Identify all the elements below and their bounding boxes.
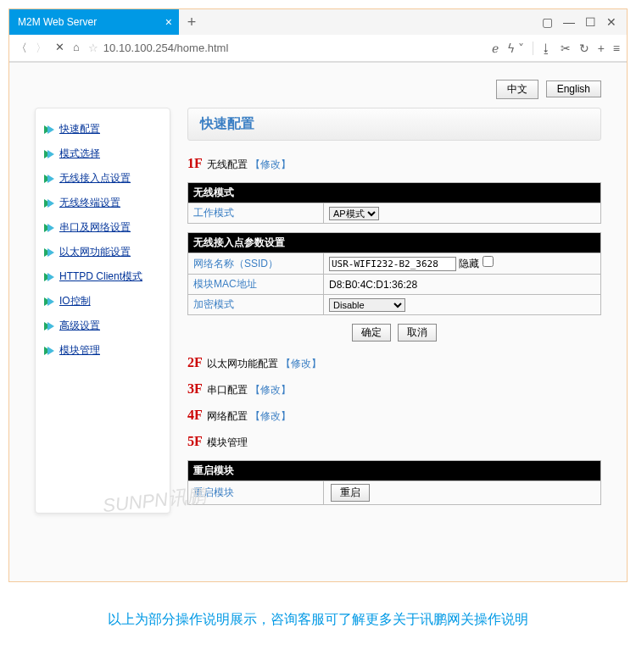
lightning-icon[interactable]: ϟ ˅ xyxy=(507,42,524,55)
svg-marker-3 xyxy=(47,150,54,158)
ssid-input[interactable] xyxy=(329,257,456,271)
forward-icon[interactable]: 〉 xyxy=(36,41,47,56)
work-mode-select[interactable]: AP模式 xyxy=(329,207,379,220)
step-4: 4F 网络配置 【修改】 xyxy=(187,408,601,424)
new-tab-button[interactable]: + xyxy=(179,14,204,31)
arrow-icon xyxy=(44,347,54,355)
main-panel: 快速配置 1F 无线配置 【修改】 无线模式 工作模式 AP模式 无线接入点参数… xyxy=(187,108,601,514)
sidebar-item-label: HTTPD Client模式 xyxy=(59,269,142,284)
enc-select[interactable]: Disable xyxy=(329,298,405,312)
mac-label: 模块MAC地址 xyxy=(188,275,324,295)
sidebar-item-label: 高级设置 xyxy=(59,319,100,333)
edit-link[interactable]: 【修改】 xyxy=(250,158,291,170)
sidebar-item-advanced[interactable]: 高级设置 xyxy=(42,314,163,338)
minimize-icon[interactable]: — xyxy=(563,15,575,29)
sidebar-item-eth[interactable]: 以太网功能设置 xyxy=(42,240,163,264)
url-text: 10.10.100.254/home.html xyxy=(103,42,228,54)
page-content: 中文 English 快速配置 模式选择 无线接入点设置 无线终端设置 串口及网… xyxy=(9,63,627,581)
edit-link[interactable]: 【修改】 xyxy=(281,358,321,369)
stop-icon[interactable]: ✕ xyxy=(55,41,64,56)
arrow-icon xyxy=(44,248,54,257)
arrow-icon xyxy=(44,297,54,306)
svg-marker-7 xyxy=(47,199,54,208)
arrow-icon xyxy=(44,175,54,183)
reboot-table: 重启模块 重启模块 重启 xyxy=(187,460,601,505)
sidebar-item-label: 无线终端设置 xyxy=(59,196,120,210)
svg-marker-1 xyxy=(47,125,54,134)
sidebar-item-ap[interactable]: 无线接入点设置 xyxy=(42,166,163,191)
svg-marker-19 xyxy=(47,347,54,355)
caption-text: 以上为部分操作说明展示，咨询客服可了解更多关于讯鹏网关操作说明 xyxy=(0,591,636,663)
cancel-button[interactable]: 取消 xyxy=(398,324,437,342)
sidebar-item-serial[interactable]: 串口及网络设置 xyxy=(42,215,163,240)
close-window-icon[interactable]: ✕ xyxy=(606,15,616,29)
step-number: 1F xyxy=(187,156,203,170)
step-number: 2F xyxy=(187,355,203,369)
sidebar-item-io[interactable]: IO控制 xyxy=(42,289,163,314)
step-number: 5F xyxy=(187,434,203,448)
ap-params-table: 无线接入点参数设置 网络名称（SSID） 隐藏 模块MAC地址 D8:B0:4C… xyxy=(187,232,601,315)
browser-tab[interactable]: M2M Web Server × xyxy=(9,9,179,35)
lang-zh-button[interactable]: 中文 xyxy=(496,80,538,99)
button-row: 确定 取消 xyxy=(187,324,601,342)
arrow-icon xyxy=(44,224,54,232)
step-number: 3F xyxy=(187,381,203,396)
sidebar-item-mode[interactable]: 模式选择 xyxy=(42,142,163,166)
ssid-label: 网络名称（SSID） xyxy=(188,253,324,275)
sidebar-item-label: 模块管理 xyxy=(59,343,100,358)
svg-marker-9 xyxy=(47,224,54,232)
arrow-icon xyxy=(44,125,54,134)
edit-link[interactable]: 【修改】 xyxy=(250,384,291,396)
sidebar-item-label: 串口及网络设置 xyxy=(59,220,131,235)
mac-value: D8:B0:4C:D1:36:28 xyxy=(324,275,601,295)
page-title: 快速配置 xyxy=(187,108,601,141)
arrow-icon xyxy=(44,199,54,208)
sidebar-item-module[interactable]: 模块管理 xyxy=(42,338,163,363)
step-title: 以太网功能配置 xyxy=(207,358,278,369)
svg-marker-11 xyxy=(47,248,54,257)
close-icon[interactable]: × xyxy=(165,15,172,29)
work-mode-label: 工作模式 xyxy=(188,203,324,224)
svg-marker-15 xyxy=(47,297,54,306)
maximize-icon[interactable]: ☐ xyxy=(585,15,596,29)
compat-icon[interactable]: ℯ xyxy=(492,42,499,55)
svg-marker-5 xyxy=(47,175,54,183)
sidebar-item-label: 无线接入点设置 xyxy=(59,171,131,186)
edit-link[interactable]: 【修改】 xyxy=(250,410,291,422)
window-controls: ▢ — ☐ ✕ xyxy=(542,15,627,29)
star-icon[interactable]: ☆ xyxy=(88,42,98,54)
sidebar-item-quickcfg[interactable]: 快速配置 xyxy=(42,117,163,142)
home-icon[interactable]: ⌂ xyxy=(73,41,80,56)
step-5: 5F 模块管理 xyxy=(187,434,601,450)
language-bar: 中文 English xyxy=(35,80,601,99)
section-header: 重启模块 xyxy=(188,461,601,481)
sidebar-item-httpd[interactable]: HTTPD Client模式 xyxy=(42,264,163,289)
step-title: 模块管理 xyxy=(207,436,248,448)
menu-icon[interactable]: ≡ xyxy=(613,42,620,55)
dock-icon[interactable]: ▢ xyxy=(542,15,553,29)
step-number: 4F xyxy=(187,408,203,422)
enc-label: 加密模式 xyxy=(188,295,324,315)
svg-marker-17 xyxy=(47,322,54,330)
step-title: 网络配置 xyxy=(207,410,248,422)
step-title: 无线配置 xyxy=(207,158,248,170)
browser-window: M2M Web Server × + ▢ — ☐ ✕ 〈 〉 ✕ ⌂ ☆ 10.… xyxy=(8,8,628,582)
url-field[interactable]: ☆ 10.10.100.254/home.html xyxy=(88,42,483,54)
plus-icon[interactable]: + xyxy=(598,42,605,55)
step-2: 2F 以太网功能配置 【修改】 xyxy=(187,355,601,371)
sidebar-item-sta[interactable]: 无线终端设置 xyxy=(42,191,163,215)
lang-en-button[interactable]: English xyxy=(546,81,601,97)
refresh-icon[interactable]: ↻ xyxy=(579,42,589,55)
sidebar-item-label: 快速配置 xyxy=(59,122,100,136)
hide-checkbox[interactable] xyxy=(483,256,494,267)
wireless-mode-table: 无线模式 工作模式 AP模式 xyxy=(187,182,601,224)
cut-icon[interactable]: ✂ xyxy=(561,42,571,55)
back-icon[interactable]: 〈 xyxy=(16,41,27,56)
address-bar: 〈 〉 ✕ ⌂ ☆ 10.10.100.254/home.html ℯ ϟ ˅ … xyxy=(9,35,627,62)
tab-title: M2M Web Server xyxy=(18,16,97,28)
download-icon[interactable]: ⭳ xyxy=(540,42,552,55)
reboot-button[interactable]: 重启 xyxy=(331,484,370,502)
browser-chrome: M2M Web Server × + ▢ — ☐ ✕ 〈 〉 ✕ ⌂ ☆ 10.… xyxy=(9,9,627,63)
section-header: 无线模式 xyxy=(188,183,601,203)
ok-button[interactable]: 确定 xyxy=(352,324,391,342)
